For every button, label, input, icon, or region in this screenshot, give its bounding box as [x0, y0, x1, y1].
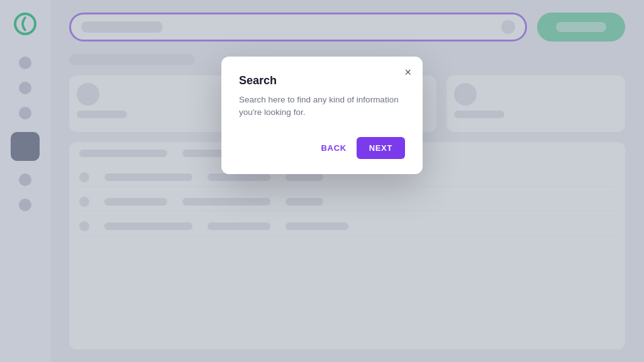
modal-overlay: × Search Search here to find any kind of…: [0, 0, 644, 362]
modal-close-button[interactable]: ×: [404, 67, 411, 78]
modal-title: Search: [239, 74, 405, 87]
modal-body: Search here to find any kind of informat…: [239, 94, 405, 119]
search-tooltip-modal: × Search Search here to find any kind of…: [221, 57, 423, 174]
back-button[interactable]: BACK: [321, 143, 347, 153]
modal-actions: BACK NEXT: [239, 137, 405, 159]
next-button[interactable]: NEXT: [357, 137, 405, 159]
